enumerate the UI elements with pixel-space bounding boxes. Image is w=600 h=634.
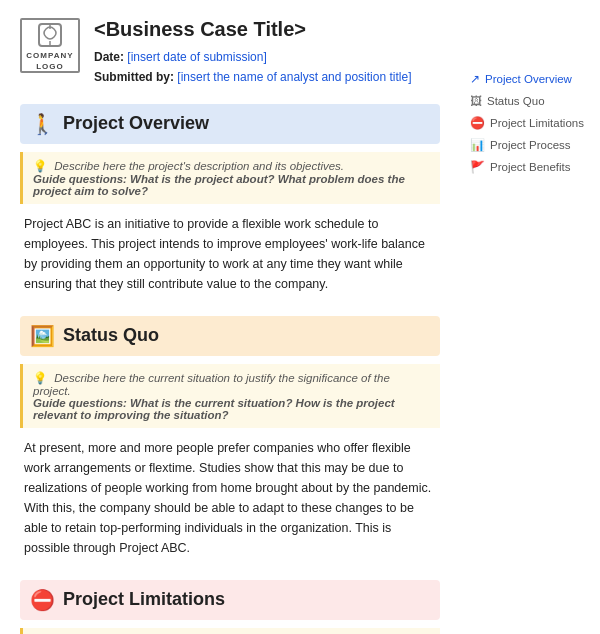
logo-svg [36,21,64,49]
logo-company-text: COMPANY [26,51,73,60]
sidebar-item-project-process[interactable]: 📊 Project Process [470,138,590,152]
chart-icon: 📊 [470,138,485,152]
project-overview-guide-bold: Guide questions: What is the project abo… [33,173,405,197]
project-overview-title: Project Overview [63,113,209,134]
main-content: COMPANY LOGO <Business Case Title> Date:… [0,0,460,634]
sidebar-label-project-process: Project Process [490,139,571,151]
section-status-quo: 🖼️ Status Quo 💡 Describe here the curren… [20,316,440,558]
project-overview-icon: 🚶 [30,112,55,136]
sidebar-item-project-benefits[interactable]: 🚩 Project Benefits [470,160,590,174]
project-overview-header: 🚶 Project Overview [20,104,440,144]
section-project-overview: 🚶 Project Overview 💡 Describe here the p… [20,104,440,294]
flag-icon: 🚩 [470,160,485,174]
project-limitations-icon: ⛔ [30,588,55,612]
date-value: [insert date of submission] [127,50,266,64]
document-header: COMPANY LOGO <Business Case Title> Date:… [20,18,440,88]
status-quo-guide-bold: Guide questions: What is the current sit… [33,397,395,421]
submitted-value: [insert the name of analyst and position… [177,70,411,84]
date-label: Date: [94,50,124,64]
cursor-icon: ↗ [470,72,480,86]
section-project-limitations: ⛔ Project Limitations 💡 Indicate here wh… [20,580,440,634]
sidebar-label-project-limitations: Project Limitations [490,117,584,129]
status-quo-guide: 💡 Describe here the current situation to… [20,364,440,428]
sidebar-label-project-benefits: Project Benefits [490,161,571,173]
sidebar-item-status-quo[interactable]: 🖼 Status Quo [470,94,590,108]
status-quo-title: Status Quo [63,325,159,346]
guide-bulb-icon-2: 💡 [33,372,47,384]
doc-title: <Business Case Title> [94,18,440,41]
project-limitations-title: Project Limitations [63,589,225,610]
company-logo: COMPANY LOGO [20,18,80,73]
sidebar-item-project-overview[interactable]: ↗ Project Overview [470,72,590,86]
sidebar-label-project-overview: Project Overview [485,73,572,85]
header-title-block: <Business Case Title> Date: [insert date… [94,18,440,88]
status-quo-header: 🖼️ Status Quo [20,316,440,356]
status-quo-body: At present, more and more people prefer … [20,438,440,558]
project-overview-body: Project ABC is an initiative to provide … [20,214,440,294]
project-limitations-header: ⛔ Project Limitations [20,580,440,620]
project-overview-guide: 💡 Describe here the project's descriptio… [20,152,440,204]
submitted-label: Submitted by: [94,70,174,84]
status-quo-guide-text: Describe here the current situation to j… [33,372,390,397]
sidebar-nav: ↗ Project Overview 🖼 Status Quo ⛔ Projec… [470,72,590,174]
status-quo-icon: 🖼️ [30,324,55,348]
doc-meta-submitted: Submitted by: [insert the name of analys… [94,67,440,87]
guide-bulb-icon: 💡 [33,160,47,172]
logo-sub-text: LOGO [36,62,64,71]
doc-meta-date: Date: [insert date of submission] [94,47,440,67]
project-limitations-guide: 💡 Indicate here what can hinder the succ… [20,628,440,634]
stop-icon: ⛔ [470,116,485,130]
image-icon: 🖼 [470,94,482,108]
sidebar-item-project-limitations[interactable]: ⛔ Project Limitations [470,116,590,130]
sidebar-label-status-quo: Status Quo [487,95,545,107]
sidebar: ↗ Project Overview 🖼 Status Quo ⛔ Projec… [460,0,600,634]
project-overview-guide-text: Describe here the project's description … [54,160,344,172]
